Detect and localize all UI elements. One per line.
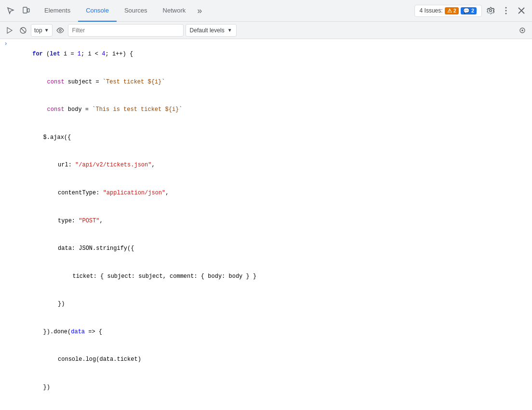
warn-badge: ⚠ 2: [445, 7, 459, 14]
issues-badge[interactable]: 4 Issues: ⚠ 2 💬 2: [414, 5, 482, 17]
settings-gear-button[interactable]: [484, 4, 497, 17]
code-input-line: › for (let i = 1; i < 4; i++) { const su…: [0, 39, 532, 410]
svg-point-2: [505, 7, 507, 9]
console-toolbar: top ▼ Default levels ▼: [0, 22, 532, 39]
issues-label: 4 Issues:: [420, 7, 443, 14]
log-levels-selector[interactable]: Default levels ▼: [186, 24, 237, 37]
svg-point-9: [521, 29, 523, 31]
inspect-element-button[interactable]: [4, 4, 17, 17]
svg-rect-1: [27, 9, 29, 12]
filter-input[interactable]: [68, 24, 184, 37]
console-output: › for (let i = 1; i < 4; i++) { const su…: [0, 39, 532, 410]
eye-filter-button[interactable]: [54, 25, 66, 36]
svg-point-3: [505, 10, 507, 12]
device-toolbar-button[interactable]: [19, 4, 33, 17]
svg-marker-5: [7, 27, 12, 33]
svg-point-4: [505, 13, 507, 14]
levels-dropdown-icon: ▼: [227, 27, 232, 33]
context-selector[interactable]: top ▼: [31, 24, 53, 37]
tab-network[interactable]: Network: [155, 0, 194, 22]
tab-elements[interactable]: Elements: [37, 0, 78, 22]
levels-label: Default levels: [190, 27, 225, 34]
console-settings-button[interactable]: [517, 25, 528, 36]
input-chevron[interactable]: ›: [0, 40, 12, 47]
execute-script-button[interactable]: [4, 25, 15, 36]
tab-sources[interactable]: Sources: [117, 0, 155, 22]
svg-rect-0: [23, 7, 27, 13]
tab-bar: Elements Console Sources Network » 4 Iss…: [0, 0, 532, 22]
info-badge: 💬 2: [461, 7, 477, 14]
more-options-button[interactable]: [499, 4, 513, 17]
svg-point-7: [59, 29, 61, 31]
close-devtools-button[interactable]: [515, 4, 528, 17]
context-label: top: [34, 27, 42, 34]
devtools-icons: [4, 4, 33, 17]
more-tabs-button[interactable]: »: [193, 0, 206, 22]
tab-bar-right: 4 Issues: ⚠ 2 💬 2: [414, 4, 528, 17]
clear-console-button[interactable]: [17, 25, 29, 36]
context-dropdown-icon: ▼: [44, 27, 49, 33]
code-block: for (let i = 1; i < 4; i++) { const subj…: [12, 40, 532, 410]
tab-console[interactable]: Console: [78, 0, 117, 22]
